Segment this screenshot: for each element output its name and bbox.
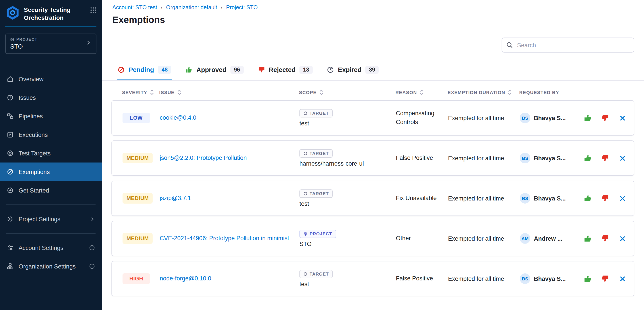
breadcrumb-project-link[interactable]: Project: STO: [226, 4, 258, 10]
sidebar-item-project-settings[interactable]: Project Settings: [0, 210, 102, 228]
module-grid-icon[interactable]: [90, 7, 96, 14]
project-cube-icon: [10, 37, 14, 41]
issue-link[interactable]: node-forge@0.10.0: [160, 274, 300, 283]
target-scope-icon: [304, 192, 308, 196]
scope-type-label: TARGET: [310, 191, 329, 196]
sort-icon[interactable]: [420, 90, 424, 95]
sort-icon[interactable]: [177, 90, 181, 95]
cancel-button[interactable]: [618, 114, 627, 122]
gear-icon: [7, 215, 14, 223]
thumbs-down-icon: [601, 114, 609, 122]
reject-button[interactable]: [601, 194, 610, 203]
info-icon[interactable]: [89, 245, 95, 251]
thumbs-down-icon: [258, 66, 265, 73]
toolbar: [102, 31, 644, 59]
issue-link[interactable]: json5@2.2.0: Prototype Pollution: [160, 154, 300, 163]
sort-icon[interactable]: [508, 90, 512, 95]
sidebar-item-get-started[interactable]: Get Started: [0, 181, 102, 200]
pipelines-icon: [7, 113, 14, 120]
sidebar-item-account-settings[interactable]: Account Settings: [0, 238, 102, 257]
severity-badge: HIGH: [122, 273, 150, 284]
exemption-row: LOW cookie@0.4.0 TARGET test Compensatin…: [112, 100, 634, 136]
tab-expired[interactable]: Expired 39: [327, 59, 378, 80]
target-icon: [7, 150, 14, 157]
sidebar-item-test-targets[interactable]: Test Targets: [0, 144, 102, 162]
sidebar-item-pipelines[interactable]: Pipelines: [0, 107, 102, 125]
column-header-requested-by: REQUESTED BY: [519, 90, 583, 95]
requester-name: Bhavya S...: [534, 195, 566, 202]
search-input[interactable]: [502, 37, 634, 53]
exemptions-table-body: LOW cookie@0.4.0 TARGET test Compensatin…: [112, 100, 634, 296]
approve-button[interactable]: [584, 194, 592, 203]
reject-button[interactable]: [601, 154, 610, 162]
column-header-issue[interactable]: ISSUE: [159, 90, 299, 95]
severity-badge: MEDIUM: [122, 233, 153, 244]
requester-name: Bhavya S...: [534, 115, 566, 121]
tab-rejected[interactable]: Rejected 13: [258, 59, 313, 80]
cancel-button[interactable]: [618, 154, 627, 162]
exemption-reason: False Positive: [396, 274, 448, 283]
tab-approved[interactable]: Approved 96: [185, 59, 244, 80]
sidebar-item-overview[interactable]: Overview: [0, 70, 102, 88]
project-selector-value: STO: [10, 43, 85, 50]
sidebar-accent-line: [5, 26, 96, 26]
sidebar-divider: [6, 233, 96, 234]
cancel-button[interactable]: [618, 274, 627, 283]
tab-count-badge: 39: [365, 66, 378, 74]
breadcrumb-account-link[interactable]: Account: STO test: [112, 4, 157, 10]
sidebar-item-exemptions[interactable]: Exemptions: [0, 162, 102, 181]
approve-button[interactable]: [584, 274, 592, 283]
thumbs-down-icon: [601, 154, 609, 162]
exemption-row: HIGH node-forge@0.10.0 TARGET test False…: [112, 261, 634, 296]
sort-icon[interactable]: [319, 90, 323, 95]
reject-button[interactable]: [601, 274, 610, 283]
sidebar-item-issues[interactable]: Issues: [0, 88, 102, 107]
sidebar: Security Testing Orchestration PROJECT S…: [0, 0, 102, 310]
scope-name: test: [300, 281, 309, 288]
requester-avatar: BS: [520, 273, 530, 284]
thumbs-up-icon: [584, 194, 592, 202]
cancel-button[interactable]: [618, 234, 627, 243]
requester-avatar: BS: [520, 153, 530, 163]
page-title: Exemptions: [112, 14, 634, 25]
column-header-scope[interactable]: SCOPE: [299, 90, 396, 95]
info-icon[interactable]: [89, 263, 95, 269]
reject-button[interactable]: [601, 234, 610, 243]
app-window: Security Testing Orchestration PROJECT S…: [0, 0, 644, 310]
sidebar-item-executions[interactable]: Executions: [0, 125, 102, 144]
approve-button[interactable]: [584, 234, 592, 243]
sort-icon[interactable]: [150, 90, 154, 95]
tab-bar: Pending 48 Approved 96 Rejected 13 Expir…: [102, 59, 644, 81]
issue-link[interactable]: jszip@3.7.1: [160, 194, 300, 203]
tab-count-badge: 13: [300, 66, 313, 74]
issue-link[interactable]: cookie@0.4.0: [160, 113, 300, 123]
issue-link[interactable]: CVE-2021-44906: Prototype Pollution in m…: [160, 234, 300, 243]
exemption-reason: Fix Unavailable: [396, 194, 448, 202]
approve-button[interactable]: [584, 154, 592, 162]
thumbs-down-icon: [601, 194, 609, 202]
thumbs-up-icon: [584, 234, 592, 242]
exemption-reason: False Positive: [396, 154, 448, 162]
reject-button[interactable]: [601, 114, 610, 122]
pending-exemption-icon: [118, 66, 125, 73]
approve-button[interactable]: [584, 114, 592, 122]
chevron-right-icon: [85, 39, 92, 47]
requester-name: Andrew ...: [534, 235, 562, 242]
breadcrumb-organization-link[interactable]: Organization: default: [166, 4, 217, 10]
search-box: [502, 37, 634, 53]
sidebar-item-organization-settings[interactable]: Organization Settings: [0, 257, 102, 276]
scope-type-label: TARGET: [310, 272, 329, 277]
project-selector[interactable]: PROJECT STO: [5, 33, 96, 54]
exemption-duration: Exempted for all time: [448, 115, 520, 121]
thumbs-up-icon: [584, 154, 592, 162]
cancel-button[interactable]: [618, 194, 627, 203]
column-header-severity[interactable]: SEVERITY: [122, 90, 159, 95]
executions-icon: [7, 131, 14, 138]
exemption-reason: Other: [396, 234, 448, 243]
scope-name: STO: [300, 241, 312, 247]
tab-pending[interactable]: Pending 48: [118, 59, 171, 80]
column-header-reason[interactable]: REASON: [396, 90, 448, 95]
scope-badge: TARGET: [300, 149, 333, 158]
column-header-exemption-duration[interactable]: EXEMPTION DURATION: [448, 90, 519, 95]
sidebar-divider: [6, 204, 96, 205]
